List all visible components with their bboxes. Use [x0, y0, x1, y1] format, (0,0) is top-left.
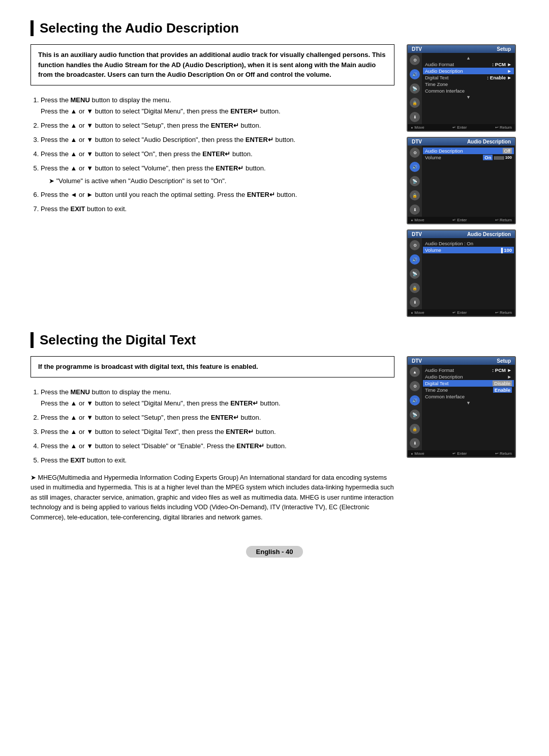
tv-row-ad-onoff: Audio Description Off [423, 148, 514, 154]
option-disable: Disable [493, 381, 512, 386]
s2-step-1: Press the MENU button to display the men… [41, 387, 394, 409]
tv-screen-4-content: Audio Format : PCM ► Audio Description ►… [422, 365, 515, 450]
step-2: Press the ▲ or ▼ button to select "Setup… [41, 120, 394, 131]
tv-screen-1-header: DTV Setup [408, 45, 515, 53]
tv-row-volume: Volume On ||||||||| 100 [425, 154, 512, 161]
tv-screen-3-footer: ⬧ Move ↵ Enter ↩ Return [408, 309, 515, 316]
tv-icon-s2-1: ⚙ [410, 148, 420, 158]
tv-screen-3-header: DTV Audio Description [408, 230, 515, 238]
tv-icon-5: ⬇ [410, 112, 420, 122]
tv-icon-s3-1: ⚙ [410, 240, 420, 250]
mheg-note: MHEG(Multimedia and Hypermedia Informati… [30, 473, 394, 522]
tv-sidebar-4: ▲ ⚙ 🔊 📡 🔒 ⬇ [408, 365, 422, 450]
tv-row-audio-desc: Audio Description ► [423, 68, 514, 74]
tv-screen-1: DTV Setup ⚙ 🔊 📡 🔒 ⬇ ▲ Audio Format [407, 44, 516, 132]
tv-icon-s4-1: ▲ [410, 367, 420, 377]
section2-title: Selecting the Digital Text [30, 332, 518, 348]
tv-row-volume-100: Volume ▐ 100 [423, 247, 514, 253]
tv-screen-2-footer: ⬧ Move ↵ Enter ↩ Return [408, 217, 515, 223]
tv-icon-s2-3: 📡 [410, 176, 420, 186]
tv-icon-s4-3: 🔊 [410, 395, 420, 405]
page-number-badge: English - 40 [246, 546, 303, 558]
tv-screen-1-footer: ⬧ Move ↵ Enter ↩ Return [408, 124, 515, 131]
s2-step-4: Press the ▲ or ▼ button to select "Disab… [41, 441, 394, 452]
tv-icon-s4-2: ⚙ [410, 381, 420, 391]
option-on: On [483, 155, 493, 160]
step-1: Press the MENU button to display the men… [41, 95, 394, 117]
option-off: Off [503, 148, 512, 154]
tv-icon-s3-3: 📡 [410, 269, 420, 279]
section1-steps: Press the MENU button to display the men… [30, 95, 394, 215]
tv-icon-s4-5: 🔒 [410, 424, 420, 434]
tv-s4-common-iface: Common Interface [425, 393, 512, 400]
tv-sidebar-3: ⚙ 🔊 📡 🔒 ⬇ [408, 238, 422, 309]
tv-icon-s3-4: 🔒 [410, 283, 420, 293]
tv-icon-3: 📡 [410, 83, 420, 94]
tv-icon-s2-4: 🔒 [410, 190, 420, 200]
tv-screen-4: DTV Setup ▲ ⚙ 🔊 📡 🔒 ⬇ Audio Format [407, 356, 516, 458]
section-audio-description: Selecting the Audio Description This is … [30, 20, 518, 317]
tv-icon-s3-2: 🔊 [410, 254, 420, 265]
tv-row-common-iface: Common Interface [425, 88, 512, 94]
tv-s4-audio-format: Audio Format : PCM ► [425, 367, 512, 373]
step-4: Press the ▲ or ▼ button to select "On", … [41, 149, 394, 160]
tv-screen-4-header: DTV Setup [408, 357, 515, 365]
tv-s4-time-zone: Time Zone Enable [425, 387, 512, 393]
step-7: Press the EXIT button to exit. [41, 203, 394, 215]
section1-intro-text: This is an auxiliary audio function that… [38, 51, 385, 78]
section1-screenshots: DTV Setup ⚙ 🔊 📡 🔒 ⬇ ▲ Audio Format [407, 44, 518, 317]
s2-step-3: Press the ▲ or ▼ button to select "Digit… [41, 426, 394, 438]
section2-intro-text: If the programme is broadcast with digit… [38, 363, 258, 370]
tv-icon-s2-2: 🔊 [410, 162, 420, 172]
tv-icon-1: ⚙ [410, 55, 420, 65]
tv-icon-s4-4: 📡 [410, 410, 420, 420]
tv-sidebar-1: ⚙ 🔊 📡 🔒 ⬇ [408, 53, 422, 124]
tv-screen-2-content: Audio Description Off Volume On ||||||||… [422, 146, 515, 217]
section2-intro: If the programme is broadcast with digit… [30, 356, 394, 377]
tv-icon-4: 🔒 [410, 98, 420, 108]
tv-screen-2-header: DTV Audio Description [408, 138, 515, 146]
section1-title: Selecting the Audio Description [30, 20, 518, 36]
tv-sidebar-2: ⚙ 🔊 📡 🔒 ⬇ [408, 146, 422, 217]
step-6: Press the ◄ or ► button until you reach … [41, 189, 394, 200]
tv-icon-s2-5: ⬇ [410, 205, 420, 215]
s2-step-5: Press the EXIT button to exit. [41, 455, 394, 466]
section-digital-text: Selecting the Digital Text If the progra… [30, 332, 518, 522]
tv-icon-2: 🔊 [410, 69, 420, 79]
section2-steps: Press the MENU button to display the men… [30, 387, 394, 467]
section1-intro: This is an auxiliary audio function that… [30, 44, 394, 85]
page-footer: English - 40 [30, 543, 518, 561]
s2-step-1-sub: Press the ▲ or ▼ button to select "Digit… [41, 399, 281, 407]
tv-s4-audio-desc: Audio Description ► [425, 373, 512, 380]
step-5: Press the ▲ or ▼ button to select "Volum… [41, 163, 394, 186]
tv-row-ad-on-label: Audio Description : On [425, 240, 512, 247]
tv-screen-3: DTV Audio Description ⚙ 🔊 📡 🔒 ⬇ Audio De… [407, 229, 516, 317]
step-1-sub: Press the ▲ or ▼ button to select "Digit… [41, 107, 281, 115]
tv-screen-4-footer: ⬧ Move ↵ Enter ↩ Return [408, 450, 515, 457]
tv-icon-s4-6: ⬇ [410, 438, 420, 448]
step-5-note: "Volume" is active when "Audio Descripti… [41, 176, 394, 186]
tv-screen-2: DTV Audio Description ⚙ 🔊 📡 🔒 ⬇ Audio De… [407, 137, 516, 224]
tv-icon-s3-5: ⬇ [410, 297, 420, 307]
s2-step-2: Press the ▲ or ▼ button to select "Setup… [41, 412, 394, 423]
tv-screen-3-content: Audio Description : On Volume ▐ 100 [422, 238, 515, 309]
tv-s4-digital-text: Digital Text Disable [423, 380, 514, 387]
tv-screen-1-content: ▲ Audio Format : PCM ► Audio Description… [422, 53, 515, 124]
tv-row-audio-format: Audio Format : PCM ► [425, 61, 512, 68]
option-enable: Enable [493, 387, 512, 393]
section2-screenshots: DTV Setup ▲ ⚙ 🔊 📡 🔒 ⬇ Audio Format [407, 356, 518, 522]
tv-row-digital-text: Digital Text : Enable ► [425, 74, 512, 81]
tv-row-time-zone: Time Zone [425, 81, 512, 88]
step-3: Press the ▲ or ▼ button to select "Audio… [41, 134, 394, 146]
